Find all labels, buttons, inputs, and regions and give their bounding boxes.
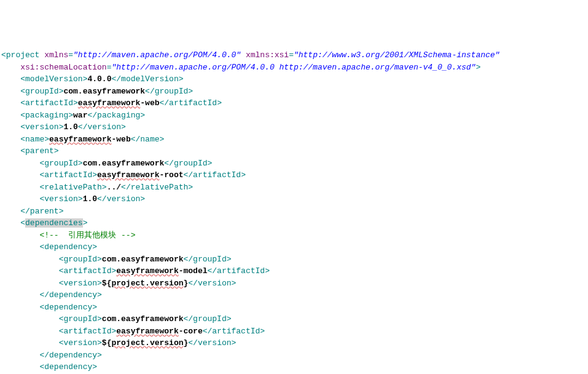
dep1-close: </dependency> bbox=[39, 290, 101, 300]
name-open: <name> bbox=[20, 135, 49, 144]
xmlns-val: "http://maven.apache.org/POM/4.0.0" bbox=[73, 50, 241, 60]
artifactid-val: easyframework bbox=[78, 98, 140, 108]
dep1-groupid-close: </groupId> bbox=[183, 255, 231, 264]
dep1-version-val: ${project.version} bbox=[102, 279, 188, 288]
dep2-open: <dependency> bbox=[39, 303, 97, 312]
dep1-artifactid-open: <artifactId> bbox=[59, 266, 117, 276]
modelversion-val: 4.0.0 bbox=[87, 74, 111, 84]
parent-relpath-val: ../ bbox=[107, 183, 121, 192]
packaging-close: </packaging> bbox=[87, 111, 145, 120]
dep2-version-val: ${project.version} bbox=[102, 338, 188, 348]
groupid-val: com.easyframework bbox=[63, 87, 145, 96]
dep1-open: <dependency> bbox=[39, 242, 97, 252]
packaging-open: <packaging> bbox=[20, 111, 73, 120]
groupid-open: <groupId> bbox=[20, 87, 63, 96]
modelversion-open: <modelVersion> bbox=[20, 74, 87, 84]
parent-groupid-val: com.easyframework bbox=[83, 159, 165, 168]
dep2-close: </dependency> bbox=[39, 351, 101, 360]
artifactid-open: <artifactId> bbox=[20, 98, 78, 108]
dep2-groupid-close: </groupId> bbox=[183, 314, 231, 324]
project-open-tag: <project bbox=[1, 50, 39, 60]
parent-open: <parent> bbox=[20, 146, 58, 156]
parent-relpath-close: </relativePath> bbox=[121, 183, 193, 192]
parent-artifactid-val: easyframework bbox=[97, 170, 159, 180]
parent-artifactid-close: </artifactId> bbox=[184, 170, 246, 180]
dep1-artifactid-val: easyframework bbox=[116, 266, 178, 276]
parent-version-val: 1.0 bbox=[83, 194, 97, 204]
version-close: </version> bbox=[78, 122, 126, 132]
dep1-artifactid-close: </artifactId> bbox=[208, 266, 270, 276]
dep2-version-open: <version> bbox=[59, 338, 102, 348]
name-close: </name> bbox=[131, 135, 165, 144]
dep2-artifactid-open: <artifactId> bbox=[59, 327, 117, 336]
xml-code-block: <project xmlns="http://maven.apache.org/… bbox=[1, 49, 587, 374]
parent-version-close: </version> bbox=[97, 194, 145, 204]
modelversion-close: </modelVersion> bbox=[111, 74, 183, 84]
xmlns-attr: xmlns bbox=[44, 50, 68, 60]
xsi-val: "http://www.w3.org/2001/XMLSchema-instan… bbox=[294, 50, 500, 60]
artifactid-close: </artifactId> bbox=[160, 98, 222, 108]
parent-version-open: <version> bbox=[39, 194, 82, 204]
version-val: 1.0 bbox=[63, 122, 77, 132]
schemaloc-attr: xsi:schemaLocation bbox=[20, 63, 106, 72]
dep1-version-close: </version> bbox=[188, 279, 236, 288]
packaging-val: war bbox=[73, 111, 87, 120]
comment: <!-- 引用其他模块 --> bbox=[39, 231, 135, 240]
dep2-groupid-open: <groupId> bbox=[59, 314, 102, 324]
parent-relpath-open: <relativePath> bbox=[39, 183, 106, 192]
dep1-groupid-open: <groupId> bbox=[59, 255, 102, 264]
dep1-version-open: <version> bbox=[59, 279, 102, 288]
parent-groupid-open: <groupId> bbox=[39, 159, 82, 168]
dep2-groupid-val: com.easyframework bbox=[102, 314, 184, 324]
version-open: <version> bbox=[20, 122, 63, 132]
name-val: easyframework bbox=[49, 135, 111, 144]
dep3-open: <dependency> bbox=[39, 362, 97, 372]
xsi-attr: xmlns:xsi bbox=[246, 50, 289, 60]
parent-groupid-close: </groupId> bbox=[164, 159, 212, 168]
dep2-artifactid-val: easyframework bbox=[116, 327, 178, 336]
schemaloc-val: "http://maven.apache.org/POM/4.0.0 http:… bbox=[111, 63, 476, 72]
dep2-artifactid-close: </artifactId> bbox=[203, 327, 265, 336]
dep2-version-close: </version> bbox=[188, 338, 236, 348]
dep1-groupid-val: com.easyframework bbox=[102, 255, 184, 264]
dependencies-open: <dependencies> bbox=[20, 218, 87, 228]
parent-artifactid-open: <artifactId> bbox=[39, 170, 97, 180]
parent-close: </parent> bbox=[20, 207, 63, 216]
groupid-close: </groupId> bbox=[145, 87, 193, 96]
